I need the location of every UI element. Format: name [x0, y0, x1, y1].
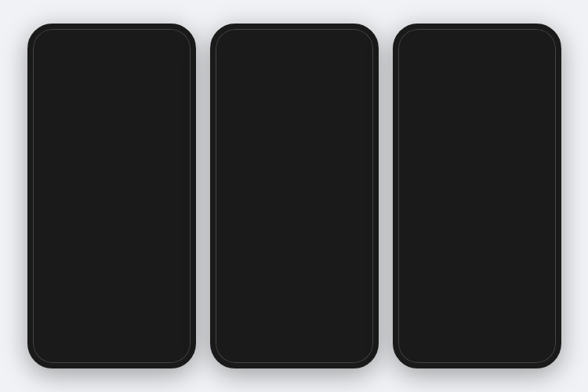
- action-share-top[interactable]: ↗ Share: [503, 103, 556, 111]
- follow-avatar-2: 🎸: [222, 241, 244, 263]
- section-title: Music Videos: [33, 169, 191, 189]
- nav-watch-2[interactable]: 📺: [278, 345, 310, 360]
- friends-row: John and 66M others like this: [33, 136, 191, 150]
- tech-time: 3 days ago: [429, 258, 513, 265]
- phone-2: 11:34 ▲ WiFi ▓ Watch 🔍 📹 Live 🎵 Music 🎮 …: [210, 24, 379, 368]
- filter-food-3[interactable]: 🍽 Food: [546, 69, 555, 82]
- reaction-icons-1: 🤍❤️: [45, 271, 64, 280]
- action-like-top[interactable]: 👍 Like: [398, 103, 451, 111]
- nav-search-3[interactable]: 🔍: [430, 345, 461, 360]
- nav-menu[interactable]: ☰: [158, 345, 190, 360]
- filter-live-3[interactable]: 📹 Live: [405, 69, 442, 82]
- nav-notif-3[interactable]: 🔔: [492, 345, 524, 360]
- time-2: 11:34: [227, 33, 245, 41]
- playlist-card-hiphop[interactable]: HIP HOPMVPs: [321, 198, 366, 232]
- filter-music[interactable]: 🎵 Music: [263, 69, 306, 82]
- follow-button[interactable]: 👤+ Follow: [39, 112, 154, 131]
- playlist-card-popular[interactable]: POPULARTHIS WEEK: [222, 198, 267, 232]
- playlists-section: Music Video Playlists See All POPULARTHI…: [216, 179, 373, 235]
- action-comment-2[interactable]: 💬 Comment: [451, 232, 503, 240]
- tab-events[interactable]: Events: [127, 151, 158, 168]
- featured-video-3[interactable]: 🎤 🔊 Kane Brown · Follow 2 days ago Cool …: [398, 128, 556, 214]
- see-all-button[interactable]: See All: [341, 184, 367, 193]
- playlist-card-bob[interactable]: Bob MorleyMUSIC VIDEOS: [271, 198, 317, 232]
- follow-btn-2[interactable]: · Follow: [307, 245, 334, 252]
- featured-video-card[interactable]: ▶ Never Worn White · By Katy Perry (Offi…: [39, 189, 184, 284]
- back-icon[interactable]: ‹: [39, 47, 43, 61]
- filter-music-3[interactable]: 🎵 Music: [445, 69, 488, 82]
- featured-artist: Anitta: [234, 165, 252, 173]
- profile-name: Katy Perry ✓: [80, 71, 159, 82]
- sound-icon[interactable]: 🔊: [353, 91, 367, 105]
- play-button-1[interactable]: ▶: [103, 205, 120, 222]
- follow-bar: 👤+ Follow •••: [33, 112, 191, 136]
- tab-stores[interactable]: Stores: [158, 151, 190, 168]
- comments-top: 2K Comments: [470, 88, 513, 96]
- watch-search-icon-3[interactable]: 🔍: [532, 48, 548, 63]
- video-date-1: April 21 · 1.8M Views: [45, 260, 179, 267]
- action-like-2[interactable]: 👍 Like: [398, 232, 451, 240]
- filter-tabs-3: 📹 Live 🎵 Music 🎮 Gaming 🍽 Food: [398, 66, 556, 85]
- mini-avatar-2: [47, 136, 58, 147]
- nav-groups[interactable]: 👥: [96, 345, 127, 360]
- filter-gaming-3[interactable]: 🎮 Gaming: [492, 69, 542, 82]
- nav-menu-3[interactable]: ☰: [524, 345, 555, 360]
- video-stats-2: 🤍❤️ 34K: [91, 321, 184, 336]
- action-bar-top: 👍 Like 💬 Comment ↗ Share: [398, 99, 556, 114]
- watch-title-2: Watch: [223, 49, 260, 63]
- filter-live[interactable]: 📹 Live: [222, 69, 260, 82]
- action-share-2[interactable]: ↗ Share: [503, 232, 556, 240]
- nav-home[interactable]: 🏠: [33, 345, 64, 360]
- phone-screen-3: 11:34 ▲ WiFi ▓ Watch 🔍 📹 Live 🎵 Music 🎮 …: [398, 29, 556, 363]
- tab-photos[interactable]: Photos: [96, 151, 127, 168]
- tab-home[interactable]: Home: [33, 151, 64, 168]
- video-title-1: Never Worn White · By Katy Perry (Offici…: [45, 240, 179, 258]
- reactions-left: 👍❤️😮 345: [405, 88, 448, 96]
- count-2: 34K: [127, 325, 137, 332]
- video-thumbnail-sm: 3:22: [39, 300, 86, 328]
- top-reactions-bar: 👍❤️😮 345 2K Comments · 1K Shares: [398, 85, 556, 99]
- playlist-cards: POPULARTHIS WEEK Bob MorleyMUSIC VIDEOS …: [222, 198, 367, 232]
- featured-follow-3[interactable]: · Follow: [461, 183, 488, 191]
- featured-video-title-3: Cool Again · By Kane Brown (Official Mus…: [405, 194, 550, 209]
- watch-search-icon-2[interactable]: 🔍: [350, 48, 365, 63]
- friends-watched-text: 12 Friends have watched this: [416, 117, 509, 125]
- featured-video-2[interactable]: 💃 🔊 Tocame Anitta · a few days ago: [216, 85, 373, 179]
- search-box[interactable]: 🔍 Katy Perry: [48, 46, 172, 61]
- shares-2: 253 Shares: [515, 217, 549, 225]
- profile-role: Musician/Band: [80, 82, 159, 90]
- tech-avatar: 💡: [405, 247, 425, 267]
- featured-video-meta: Anitta · a few days ago: [222, 165, 367, 174]
- filter-food[interactable]: 🍽 Food: [363, 69, 372, 82]
- sound-icon-3[interactable]: 🔊: [535, 134, 550, 148]
- nav-menu-2[interactable]: ☰: [341, 345, 372, 360]
- nav-home-3[interactable]: 🏠: [398, 345, 430, 360]
- more-button[interactable]: •••: [158, 112, 184, 131]
- time-3: 11:34: [409, 33, 427, 41]
- bottom-nav-1: 🏠 🔍 👥 🔔 ☰: [33, 339, 191, 363]
- tab-videos[interactable]: Videos: [64, 151, 96, 168]
- like-button[interactable]: 👍: [165, 71, 184, 90]
- nav-home-2[interactable]: 🏠: [216, 345, 247, 360]
- status-bar-3: 11:34 ▲ WiFi ▓: [398, 29, 556, 43]
- views-1: 562K Views: [129, 272, 159, 279]
- status-bar-2: 11:34 ▲ WiFi ▓: [216, 29, 373, 43]
- action-comment-top[interactable]: 💬 Comment: [451, 103, 503, 111]
- video-thumbnail-1: ▶: [40, 190, 183, 237]
- nav-search-2[interactable]: 🔍: [247, 345, 278, 360]
- avatar: 🎤: [39, 71, 74, 106]
- nav-notif-2[interactable]: 🔔: [310, 345, 341, 360]
- nav-notifications[interactable]: 🔔: [127, 345, 158, 360]
- nav-search[interactable]: 🔍: [64, 345, 96, 360]
- action-bar-2: 👍 Like 💬 Comment ↗ Share: [398, 228, 556, 243]
- video-list-item-1[interactable]: 3:22 Firework · By Katy Perry (Official …: [33, 290, 191, 338]
- phone-screen-1: 11:34 ▲ WiFi ▓ ‹ 🔍 Katy Perry ✕ 🎤 Katy P…: [33, 29, 191, 363]
- close-icon[interactable]: ✕: [176, 49, 184, 60]
- watch-title-3: Watch: [406, 49, 443, 63]
- status-icons-2: ▲ WiFi ▓: [334, 34, 361, 41]
- comments-1: 19K Comments: [83, 272, 124, 279]
- nav-watch-3[interactable]: 📺: [461, 345, 492, 360]
- status-icons-1: ▲ WiFi ▓: [151, 34, 180, 41]
- filter-gaming[interactable]: 🎮 Gaming: [310, 69, 359, 82]
- watch-header-3: Watch 🔍: [398, 43, 556, 66]
